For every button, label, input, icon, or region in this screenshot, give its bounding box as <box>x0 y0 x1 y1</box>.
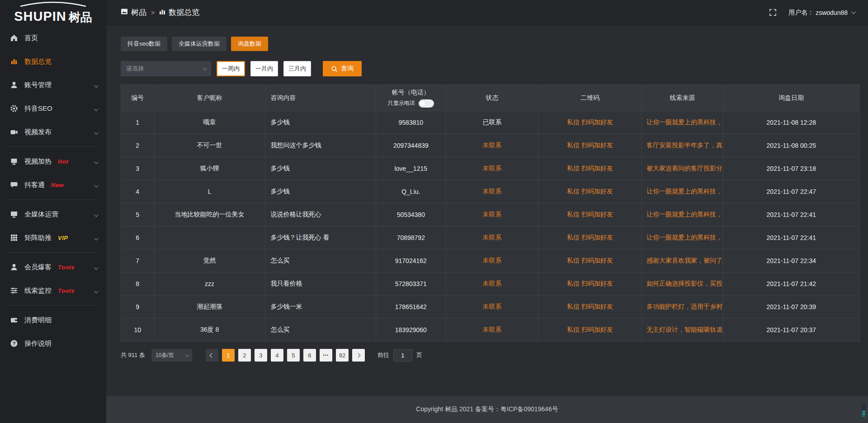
status-badge: 未联系 <box>446 157 538 180</box>
sidebar-divider <box>8 199 98 200</box>
fullscreen-icon[interactable] <box>769 9 777 16</box>
source-link[interactable]: 无主灯设计，智能磁吸轨道灯... <box>646 326 723 333</box>
period-three-months-button[interactable]: 三月内 <box>283 61 311 76</box>
sidebar-item-label: 线索监控 <box>24 287 52 295</box>
username-label: 用户名： <box>788 9 814 17</box>
source-link[interactable]: 让你一眼就爱上的黑科技，能... <box>646 234 723 241</box>
hot-badge: Hot <box>58 158 68 165</box>
sidebar-item-home[interactable]: 首页 <box>0 26 106 50</box>
chevron-down-icon <box>851 9 856 14</box>
header-qrcode: 二维码 <box>538 85 642 111</box>
source-link[interactable]: 如何正确选择投影仪，买投影... <box>646 280 723 287</box>
gear-icon <box>10 104 18 113</box>
prev-page-button[interactable] <box>206 349 218 362</box>
qr-links[interactable]: 私信 扫码加好友 <box>567 188 613 195</box>
source-link[interactable]: 让你一眼就爱上的黑科技，能... <box>646 188 723 195</box>
qr-links[interactable]: 私信 扫码加好友 <box>567 211 613 218</box>
qr-links[interactable]: 私信 扫码加好友 <box>567 164 613 172</box>
user-menu[interactable]: 用户名：zswodun88 <box>788 9 854 17</box>
source-link[interactable]: 多功能护栏灯，适用于乡村文... <box>646 303 723 310</box>
qr-links[interactable]: 私信 扫码加好友 <box>567 234 613 241</box>
logo-arc-icon <box>9 1 97 7</box>
sidebar-item-douketong[interactable]: 抖客通 New <box>0 173 106 197</box>
page-size-select[interactable]: 10条/页 <box>151 349 192 362</box>
new-badge: New <box>51 182 64 188</box>
qr-links[interactable]: 私信 扫码加好友 <box>567 141 613 149</box>
chat-bubble-icon <box>10 181 18 189</box>
breadcrumb-separator: > <box>151 9 155 16</box>
breadcrumb-home[interactable]: 树品 <box>121 7 146 18</box>
user-area: 用户名：zswodun88 <box>769 9 854 17</box>
header-nickname: 客户昵称 <box>154 85 265 111</box>
sidebar-item-label: 消费明细 <box>24 316 52 324</box>
header-account: 帐号（电话） 只显示电话 <box>376 85 446 111</box>
page-button-92[interactable]: 92 <box>336 349 349 362</box>
sidebar-item-data-overview[interactable]: 数据总览 <box>0 50 106 73</box>
goto-label: 前往 <box>377 351 389 359</box>
chevron-down-icon <box>185 352 189 357</box>
page-button-1[interactable]: 1 <box>222 349 235 362</box>
sidebar-item-instructions[interactable]: ? 操作说明 <box>0 332 106 355</box>
page-button-5[interactable]: 5 <box>287 349 300 362</box>
sidebar-item-douyin-seo[interactable]: 抖音SEO <box>0 97 106 120</box>
qr-links[interactable]: 私信 扫码加好友 <box>567 118 613 126</box>
page-button-6[interactable]: 6 <box>303 349 316 362</box>
source-link[interactable]: 被大家追着问的客厅投影分享... <box>646 164 723 172</box>
sidebar-item-label: 账号管理 <box>24 81 52 89</box>
qr-links[interactable]: 私信 扫码加好友 <box>567 257 613 264</box>
header-id: 编号 <box>121 85 155 111</box>
sidebar-item-video-heat[interactable]: 视频加热 Hot <box>0 150 106 173</box>
page-button-3[interactable]: 3 <box>255 349 267 362</box>
grid-icon <box>10 234 18 242</box>
phone-only-toggle[interactable] <box>419 99 434 108</box>
account-select[interactable]: 请选择 <box>121 61 211 76</box>
sidebar-item-omnimedia-operation[interactable]: 全媒体运营 <box>0 202 106 226</box>
sidebar-item-label: 视频发布 <box>24 128 52 136</box>
page-ellipsis-button[interactable]: ••• <box>320 349 332 362</box>
floating-widget[interactable] <box>861 403 867 418</box>
status-badge: 未联系 <box>446 134 538 157</box>
source-link[interactable]: 感谢大家喜欢我家，被问了好... <box>646 257 723 264</box>
goto-page-input[interactable] <box>393 349 412 362</box>
sidebar-item-matrix-boost[interactable]: 矩阵助推 VIP <box>0 226 106 249</box>
tab-omnimedia-data[interactable]: 全媒体运营数据 <box>172 37 226 51</box>
table-row: 5当地比较能吃的一位美女说说价格让我死心50534380未联系私信 扫码加好友让… <box>121 203 860 226</box>
sidebar-item-member-baoke[interactable]: 会员爆客 Tools <box>0 255 106 279</box>
chevron-down-icon <box>94 128 97 136</box>
sidebar-divider <box>8 305 98 306</box>
topbar: 树品 > 数据总览 用户名：zswodun88 <box>106 0 868 25</box>
status-badge: 未联系 <box>446 273 538 296</box>
source-link[interactable]: 让你一眼就爱上的黑科技，能... <box>646 118 723 126</box>
breadcrumb: 树品 > 数据总览 <box>121 7 199 18</box>
qr-links[interactable]: 私信 扫码加好友 <box>567 280 613 287</box>
source-link[interactable]: 让你一眼就爱上的黑科技，能... <box>646 211 723 218</box>
source-link[interactable]: 客厅安装投影半年多了，真实... <box>646 141 723 149</box>
table-row: 3狐小狸多少钱love__1215未联系私信 扫码加好友被大家追着问的客厅投影分… <box>121 157 860 180</box>
pagination: 共 911 条 10条/页 1 2 3 4 5 6 ••• 92 前往 页 <box>121 349 860 362</box>
sliders-icon <box>10 287 18 295</box>
sidebar-item-consumption-detail[interactable]: 消费明细 <box>0 308 106 332</box>
sidebar-item-lead-monitor[interactable]: 线索监控 Tools <box>0 279 106 302</box>
breadcrumb-current-page[interactable]: 数据总览 <box>159 7 199 18</box>
sidebar-item-account-management[interactable]: 账号管理 <box>0 73 106 97</box>
qr-links[interactable]: 私信 扫码加好友 <box>567 326 613 333</box>
video-camera-icon <box>10 128 18 136</box>
data-tabs: 抖音seo数据 全媒体运营数据 询盘数据 <box>121 37 860 51</box>
app-logo[interactable]: SHUPIN 树品 <box>0 0 106 26</box>
page-button-4[interactable]: 4 <box>271 349 283 362</box>
inquiry-table: 编号 客户昵称 咨询内容 帐号（电话） 只显示电话 状态 二维码 线索来源 询盘… <box>121 85 860 342</box>
table-row: 6多少钱？让我死心 看70898792未联系私信 扫码加好友让你一眼就爱上的黑科… <box>121 226 860 249</box>
qr-links[interactable]: 私信 扫码加好友 <box>567 303 613 310</box>
tab-inquiry-data[interactable]: 询盘数据 <box>231 37 268 51</box>
page-button-2[interactable]: 2 <box>238 349 251 362</box>
sidebar-item-video-publish[interactable]: 视频发布 <box>0 120 106 144</box>
sidebar-item-label: 抖客通 <box>24 181 45 189</box>
query-button[interactable]: 查询 <box>323 61 362 76</box>
tab-douyin-seo-data[interactable]: 抖音seo数据 <box>121 37 167 51</box>
total-count: 共 911 条 <box>121 351 145 359</box>
next-page-button[interactable] <box>352 349 365 362</box>
floating-widget-stripes <box>862 411 865 417</box>
period-one-week-button[interactable]: 一周内 <box>217 61 245 76</box>
sidebar-item-label: 会员爆客 <box>24 263 52 272</box>
period-one-month-button[interactable]: 一月内 <box>250 61 278 76</box>
